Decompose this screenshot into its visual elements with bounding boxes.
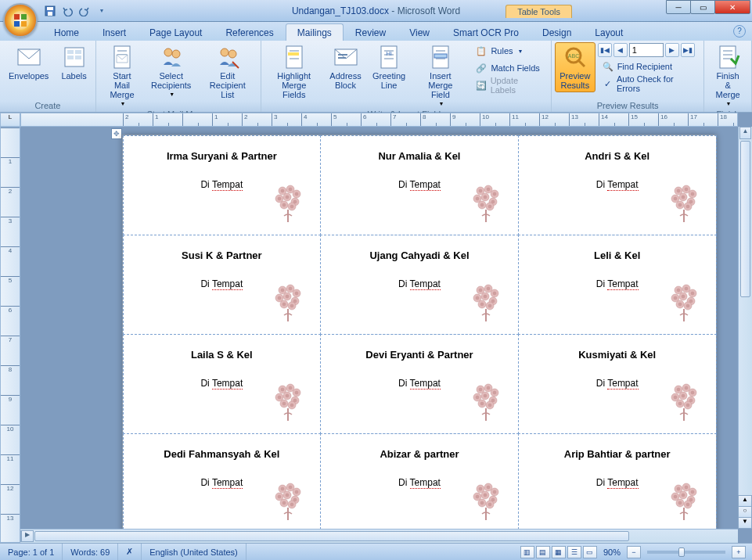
recipient-name: Ujang Cahyadi & Kel — [330, 249, 509, 261]
office-button[interactable] — [3, 3, 38, 38]
update-labels-button[interactable]: 🔄Update Labels — [470, 77, 548, 94]
help-button[interactable]: ? — [733, 25, 746, 38]
document-area[interactable]: ✥ Irma Suryani & Partner Di Tempat Nur A… — [20, 127, 738, 529]
close-button[interactable]: ✕ — [714, 0, 750, 14]
recipient-name: Leli & Kel — [528, 249, 707, 261]
select-recipients-button[interactable]: SelectRecipients▼ — [146, 42, 196, 99]
vertical-ruler[interactable]: 12345678910111213 — [0, 127, 20, 543]
recipient-name: Arip Bahtiar & partner — [528, 448, 707, 460]
start-mail-merge-button[interactable]: Start MailMerge▼ — [99, 42, 145, 109]
rules-button[interactable]: 📋Rules▼ — [470, 42, 548, 59]
zoom-knob[interactable] — [678, 547, 685, 557]
horizontal-ruler[interactable]: 211234567891011121314151617181920 — [20, 113, 738, 127]
tab-view[interactable]: View — [398, 23, 441, 41]
highlight-merge-fields-button[interactable]: HighlightMerge Fields — [264, 42, 323, 102]
record-number-input[interactable] — [629, 43, 664, 57]
label-cell[interactable]: Laila S & Kel Di Tempat — [123, 334, 322, 434]
web-layout-view-button[interactable]: ▦ — [552, 546, 566, 558]
find-recipient-button[interactable]: 🔍Find Recipient — [597, 58, 701, 75]
label-cell[interactable]: Kusmiyati & Kel Di Tempat — [518, 334, 717, 434]
update-icon: 🔄 — [475, 79, 487, 92]
recipient-place: Di Tempat — [200, 179, 243, 190]
flower-icon — [466, 281, 506, 325]
match-fields-button[interactable]: 🔗Match Fields — [470, 59, 548, 77]
address-block-button[interactable]: AddressBlock — [325, 42, 366, 92]
redo-button[interactable] — [77, 3, 92, 19]
flower-icon — [466, 479, 506, 523]
undo-button[interactable] — [59, 3, 75, 19]
last-record-button[interactable]: ▶▮ — [681, 43, 695, 57]
language-status[interactable]: English (United States) — [142, 544, 246, 560]
svg-rect-36 — [75, 50, 81, 54]
proofing-status[interactable]: ✗ — [118, 544, 142, 560]
tab-layout[interactable]: Layout — [583, 23, 635, 41]
draft-view-button[interactable]: ▭ — [583, 546, 597, 558]
svg-rect-30 — [21, 21, 27, 27]
zoom-level[interactable]: 90% — [603, 547, 621, 557]
tab-insert[interactable]: Insert — [91, 23, 138, 41]
flower-icon — [268, 281, 308, 325]
svg-point-26 — [11, 11, 30, 30]
browse-select-button[interactable]: ○ — [738, 506, 752, 518]
zoom-in-button[interactable]: + — [732, 546, 746, 558]
minimize-button[interactable]: ─ — [666, 0, 691, 14]
ruler-corner[interactable]: L — [0, 113, 20, 127]
tab-design[interactable]: Design — [531, 23, 583, 41]
scroll-thumb[interactable] — [740, 141, 750, 297]
proofing-icon: ✗ — [126, 547, 133, 557]
label-cell[interactable]: Irma Suryani & Partner Di Tempat — [123, 135, 322, 235]
labels-button[interactable]: Labels — [56, 42, 92, 83]
zoom-out-button[interactable]: − — [627, 546, 641, 558]
table-move-handle[interactable]: ✥ — [111, 128, 122, 139]
auto-check-errors-button[interactable]: ✓Auto Check for Errors — [597, 75, 701, 92]
recipient-name: Irma Suryani & Partner — [133, 150, 311, 162]
greeting-line-button[interactable]: HiGreetingLine — [368, 42, 410, 92]
zoom-slider[interactable] — [647, 551, 725, 554]
search-icon: 🔍 — [602, 60, 614, 73]
recipient-place: Di Tempat — [398, 477, 441, 488]
vertical-scrollbar[interactable]: ▲ ▼ — [738, 127, 752, 529]
ribbon-tabs: HomeInsertPage LayoutReferencesMailingsR… — [0, 22, 752, 41]
save-button[interactable] — [42, 3, 58, 19]
next-record-button[interactable]: ▶ — [665, 43, 679, 57]
page-status[interactable]: Page: 1 of 1 — [0, 544, 63, 560]
print-layout-view-button[interactable]: ▥ — [520, 546, 534, 558]
label-cell[interactable]: Arip Bahtiar & partner Di Tempat — [518, 433, 717, 529]
full-screen-view-button[interactable]: ▤ — [536, 546, 550, 558]
recipient-place: Di Tempat — [200, 378, 243, 389]
tab-review[interactable]: Review — [344, 23, 398, 41]
tab-smart-ocr-pro[interactable]: Smart OCR Pro — [441, 23, 531, 41]
scroll-right-button[interactable]: ▶ — [21, 530, 34, 542]
preview-results-button[interactable]: PreviewResults — [555, 42, 595, 92]
dropdown-icon: ▼ — [169, 92, 175, 97]
scroll-thumb-h[interactable] — [34, 531, 629, 541]
label-cell[interactable]: Dedi Fahmansyah & Kel Di Tempat — [123, 433, 322, 529]
label-cell[interactable]: Nur Amalia & Kel Di Tempat — [320, 135, 519, 235]
svg-rect-38 — [75, 56, 81, 59]
tab-page-layout[interactable]: Page Layout — [138, 23, 214, 41]
envelopes-button[interactable]: Envelopes — [3, 42, 54, 83]
next-page-button[interactable]: ▼ — [738, 517, 752, 529]
label-cell[interactable]: Ujang Cahyadi & Kel Di Tempat — [320, 235, 519, 335]
outline-view-button[interactable]: ☰ — [567, 546, 581, 558]
edit-recipient-list-button[interactable]: EditRecipient List — [197, 42, 257, 102]
prev-record-button[interactable]: ◀ — [613, 43, 628, 57]
first-record-button[interactable]: ▮◀ — [598, 43, 612, 57]
label-cell[interactable]: Leli & Kel Di Tempat — [518, 235, 717, 335]
maximize-button[interactable]: ▭ — [690, 0, 715, 14]
label-cell[interactable]: Devi Eryanti & Partner Di Tempat — [320, 334, 519, 434]
label-cell[interactable]: Susi K & Partner Di Tempat — [123, 235, 322, 335]
scroll-up-button[interactable]: ▲ — [739, 127, 751, 139]
tab-mailings[interactable]: Mailings — [286, 23, 344, 41]
word-count[interactable]: Words: 69 — [63, 544, 118, 560]
check-icon: ✓ — [602, 77, 613, 90]
label-cell[interactable]: Andri S & Kel Di Tempat — [518, 135, 717, 235]
finish-merge-button[interactable]: Finish &Merge▼ — [707, 42, 748, 109]
horizontal-scrollbar[interactable]: ◀ ▶ — [20, 529, 738, 543]
tab-home[interactable]: Home — [42, 23, 91, 41]
label-cell[interactable]: Abizar & partner Di Tempat — [320, 433, 519, 529]
tab-references[interactable]: References — [214, 23, 285, 41]
insert-merge-field-button[interactable]: Insert MergeField▼ — [412, 42, 469, 109]
prev-page-button[interactable]: ▲ — [738, 495, 752, 507]
qat-customize[interactable]: ▼ — [94, 3, 110, 19]
